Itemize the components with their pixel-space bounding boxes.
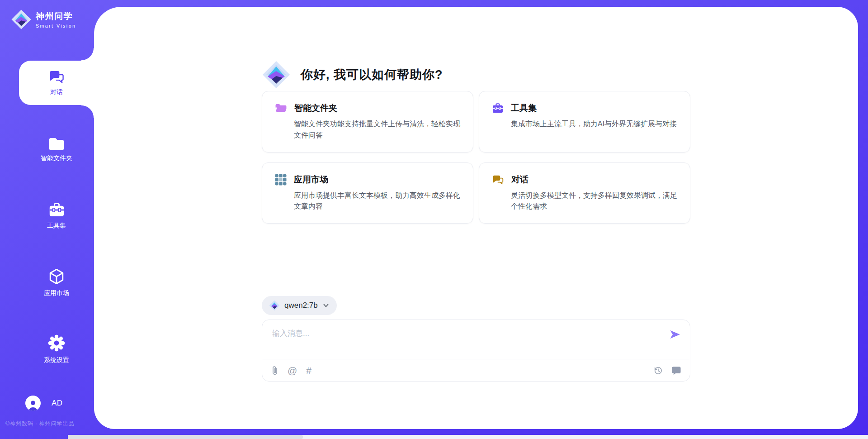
scrollbar-thumb[interactable]	[68, 435, 303, 439]
greeting-text: 你好, 我可以如何帮助你?	[301, 67, 443, 83]
card-title: 应用市场	[294, 174, 328, 186]
brand-subtitle: Smart Vision	[36, 23, 76, 29]
user-initials: AD	[52, 399, 63, 408]
hash-icon: #	[306, 366, 311, 375]
assistant-diamond-icon	[262, 60, 291, 89]
sidebar: 神州问学 Smart Vision 对话 智能文件夹	[0, 0, 94, 439]
model-diamond-icon	[269, 300, 280, 311]
sidebar-item-settings[interactable]: 系统设置	[19, 327, 94, 371]
grid-icon	[275, 174, 287, 186]
horizontal-scrollbar[interactable]	[68, 435, 868, 439]
chat-icon	[48, 69, 65, 84]
greeting-block: 你好, 我可以如何帮助你?	[262, 7, 690, 75]
gear-icon	[47, 334, 66, 352]
history-icon	[653, 366, 663, 375]
input-placeholder: 输入消息...	[272, 329, 309, 338]
chat-icon	[492, 174, 504, 185]
attach-button[interactable]	[271, 365, 278, 376]
sidebar-item-label: 工具集	[47, 222, 66, 230]
topic-button[interactable]: #	[306, 366, 311, 375]
avatar	[25, 396, 41, 411]
copyright: ©神州数码 · 神州问学出品	[5, 420, 74, 428]
brand-name: 神州问学	[36, 10, 76, 22]
history-button[interactable]	[653, 366, 663, 375]
card-chat[interactable]: 对话 灵活切换多模型文件，支持多样回复效果调试，满足个性化需求	[479, 162, 690, 224]
folder-icon	[275, 103, 287, 113]
card-description: 智能文件夹功能支持批量文件上传与清洗，轻松实现文件问答	[294, 119, 460, 141]
brand-diamond-icon	[11, 9, 32, 30]
sidebar-item-toolset[interactable]: 工具集	[19, 194, 94, 238]
sidebar-item-app-market[interactable]: 应用市场	[19, 260, 94, 305]
card-toolset[interactable]: 工具集 集成市场上主流工具，助力AI与外界无缝扩展与对接	[479, 91, 690, 153]
composer-toolbar: @ #	[262, 359, 690, 381]
card-app-market[interactable]: 应用市场 应用市场提供丰富长文本模板，助力高效生成多样化文章内容	[262, 162, 473, 224]
paperclip-icon	[271, 365, 278, 376]
at-icon: @	[288, 366, 297, 375]
feature-cards: 智能文件夹 智能文件夹功能支持批量文件上传与清洗，轻松实现文件问答	[262, 91, 690, 224]
folder-icon	[48, 136, 65, 150]
new-chat-button[interactable]	[672, 366, 681, 375]
main-content: 你好, 我可以如何帮助你? 智能文件夹 智能文件夹功能支持批量文件上传与清洗，轻…	[94, 7, 858, 429]
message-input[interactable]: 输入消息...	[262, 320, 690, 359]
user-profile[interactable]: AD	[25, 396, 63, 411]
model-selector[interactable]: qwen2:7b	[262, 296, 337, 315]
brand: 神州问学 Smart Vision	[11, 9, 76, 30]
card-title: 智能文件夹	[294, 102, 337, 114]
sidebar-item-chat[interactable]: 对话	[19, 61, 94, 105]
chevron-down-icon	[322, 302, 330, 309]
sidebar-item-label: 应用市场	[44, 289, 69, 297]
sidebar-item-label: 智能文件夹	[41, 154, 72, 162]
chat-bubble-icon	[672, 366, 681, 375]
card-smart-folder[interactable]: 智能文件夹 智能文件夹功能支持批量文件上传与清洗，轻松实现文件问答	[262, 91, 473, 153]
model-name: qwen2:7b	[284, 301, 318, 310]
cube-icon	[48, 268, 65, 285]
send-button[interactable]	[669, 329, 681, 340]
card-description: 集成市场上主流工具，助力AI与外界无缝扩展与对接	[511, 119, 677, 130]
mention-button[interactable]: @	[288, 366, 297, 375]
sidebar-item-label: 对话	[50, 88, 63, 96]
card-title: 工具集	[511, 102, 537, 114]
sidebar-item-smart-folder[interactable]: 智能文件夹	[19, 127, 94, 172]
sidebar-item-label: 系统设置	[44, 356, 69, 364]
briefcase-icon	[48, 202, 65, 218]
briefcase-icon	[492, 103, 504, 114]
card-description: 灵活切换多模型文件，支持多样回复效果调试，满足个性化需求	[511, 190, 677, 213]
send-icon	[669, 334, 681, 341]
app: { "brand": { "name": "神州问学", "subtitle":…	[0, 0, 868, 439]
message-composer: 输入消息... @ #	[262, 320, 690, 382]
card-title: 对话	[511, 174, 528, 186]
card-description: 应用市场提供丰富长文本模板，助力高效生成多样化文章内容	[294, 190, 460, 213]
